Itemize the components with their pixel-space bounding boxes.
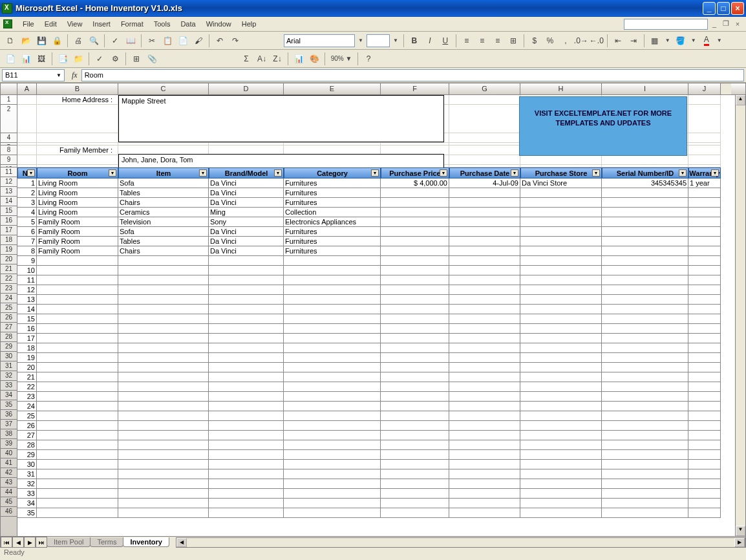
cell[interactable] (449, 285, 520, 295)
sheet-tab-terms[interactable]: Terms (90, 537, 123, 547)
paste-button[interactable]: 📄 (176, 34, 190, 48)
table-row[interactable]: 30 (17, 460, 735, 469)
row-8[interactable]: 8 (1, 145, 17, 155)
cell[interactable] (209, 314, 284, 324)
print-preview-button[interactable]: 🔍 (87, 34, 101, 48)
cell[interactable] (284, 275, 381, 285)
table-row[interactable]: 2Living RoomTablesDa VinciFurnitures (17, 188, 735, 198)
row-43[interactable]: 43 (1, 478, 17, 488)
cell[interactable] (284, 489, 381, 499)
cell[interactable]: 345345345 (602, 178, 688, 188)
mdi-minimize[interactable]: _ (709, 19, 719, 29)
cell[interactable] (449, 479, 520, 489)
cell[interactable] (449, 95, 520, 105)
row-22[interactable]: 22 (1, 274, 17, 284)
cell[interactable] (118, 285, 209, 295)
filter-arrow-icon[interactable]: ▼ (274, 169, 282, 177)
cell[interactable] (381, 343, 449, 353)
cell[interactable] (449, 372, 520, 382)
cell[interactable] (688, 353, 721, 363)
cell[interactable] (449, 237, 520, 246)
row-27[interactable]: 27 (1, 323, 17, 332)
cell[interactable] (37, 295, 118, 305)
row-21[interactable]: 21 (1, 264, 17, 274)
row-25[interactable]: 25 (1, 303, 17, 313)
table-row[interactable]: 29 (17, 450, 735, 460)
cell[interactable]: 23 (17, 392, 37, 402)
menu-view[interactable]: View (62, 19, 88, 29)
cell[interactable] (284, 411, 381, 421)
cell[interactable] (381, 305, 449, 314)
tb2-7[interactable]: ⚙ (108, 52, 122, 66)
align-right-button[interactable]: ≡ (491, 34, 505, 48)
table-row[interactable]: 8Family RoomChairsDa VinciFurnitures (17, 246, 735, 256)
cell[interactable]: Chairs (118, 246, 209, 256)
table-row[interactable]: 23 (17, 392, 735, 402)
cell[interactable] (602, 431, 688, 440)
align-center-button[interactable]: ≡ (475, 34, 489, 48)
cell[interactable] (118, 275, 209, 285)
minimize-button[interactable]: _ (703, 2, 716, 15)
table-row[interactable]: 25 (17, 411, 735, 421)
cell[interactable] (602, 489, 688, 499)
cell[interactable] (118, 372, 209, 382)
filter-arrow-icon[interactable]: ▼ (592, 169, 600, 177)
cell[interactable]: Chairs (118, 198, 209, 208)
cell[interactable] (118, 489, 209, 499)
cell[interactable] (381, 256, 449, 266)
cell[interactable] (381, 208, 449, 217)
cell[interactable] (688, 227, 721, 237)
tb2-6[interactable]: ✓ (92, 52, 107, 66)
cell[interactable] (209, 499, 284, 508)
cell[interactable] (209, 421, 284, 431)
cell[interactable] (688, 275, 721, 285)
row-29[interactable]: 29 (1, 342, 17, 352)
table-row[interactable]: 4Living RoomCeramicsMingCollection (17, 208, 735, 217)
cell[interactable] (520, 450, 602, 460)
cell[interactable] (520, 499, 602, 508)
table-row[interactable]: 1Living RoomSofaDa VinciFurnitures$ 4,00… (17, 178, 735, 188)
cell[interactable] (381, 372, 449, 382)
cell[interactable] (520, 237, 602, 246)
cell[interactable] (602, 314, 688, 324)
tb2-1[interactable]: 📄 (3, 52, 17, 66)
cell[interactable] (37, 402, 118, 411)
cell[interactable] (118, 411, 209, 421)
cell[interactable] (449, 324, 520, 334)
cell[interactable] (284, 295, 381, 305)
cell[interactable]: 4-Jul-09 (449, 178, 520, 188)
cell[interactable] (209, 392, 284, 402)
row-24[interactable]: 24 (1, 294, 17, 303)
cell[interactable] (17, 95, 37, 105)
cell[interactable] (688, 305, 721, 314)
table-row[interactable]: 20 (17, 363, 735, 372)
cut-button[interactable]: ✂ (145, 34, 159, 48)
cell[interactable] (209, 479, 284, 489)
cell[interactable] (381, 479, 449, 489)
header-serial-number-id[interactable]: Serial Number/ID▼ (602, 167, 688, 178)
row-23[interactable]: 23 (1, 284, 17, 294)
cell[interactable] (118, 402, 209, 411)
cell[interactable] (520, 392, 602, 402)
underline-button[interactable]: U (438, 34, 453, 48)
tb2-3[interactable]: 🖼 (34, 52, 48, 66)
cell[interactable] (688, 133, 721, 143)
cell[interactable] (602, 343, 688, 353)
cell[interactable] (688, 440, 721, 450)
cell[interactable]: Tables (118, 237, 209, 246)
cell[interactable] (381, 275, 449, 285)
cell[interactable] (37, 105, 118, 133)
copy-button[interactable]: 📋 (160, 34, 175, 48)
cell[interactable] (209, 489, 284, 499)
cell[interactable] (37, 489, 118, 499)
cell[interactable]: Living Room (37, 198, 118, 208)
filter-arrow-icon[interactable]: ▼ (371, 169, 379, 177)
cell[interactable] (602, 382, 688, 392)
cell[interactable] (209, 334, 284, 343)
cell[interactable] (688, 256, 721, 266)
cell[interactable]: Sofa (118, 227, 209, 237)
open-button[interactable]: 📂 (19, 34, 33, 48)
cell[interactable] (118, 479, 209, 489)
cell[interactable] (381, 314, 449, 324)
cell[interactable]: 33 (17, 489, 37, 499)
